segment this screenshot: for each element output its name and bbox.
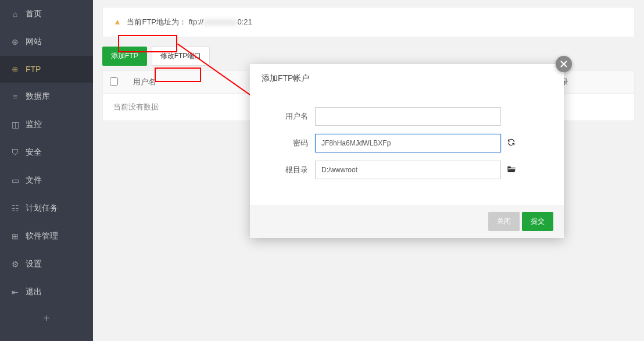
sidebar-item-label: 文件 (26, 175, 42, 186)
sidebar-add-button[interactable]: + (0, 306, 93, 331)
database-icon: ≡ (10, 92, 20, 101)
sidebar-item-label: 首页 (26, 9, 42, 19)
sidebar-item-5[interactable]: ⛉安全 (0, 138, 93, 166)
add-ftp-modal: 添加FTP帐户 用户名 密码 根目录 (250, 64, 564, 238)
sidebar-item-label: 安全 (26, 147, 42, 158)
rootdir-label: 根目录 (267, 165, 308, 175)
sidebar-item-label: FTP (26, 65, 41, 74)
close-icon (560, 61, 567, 68)
app-icon: ⊞ (10, 232, 20, 241)
refresh-icon (507, 138, 516, 147)
modal-title: 添加FTP帐户 (250, 64, 564, 93)
modal-body: 用户名 密码 根目录 (250, 93, 564, 205)
globe-icon: ⊕ (10, 37, 20, 47)
modal-submit-button[interactable]: 提交 (522, 212, 553, 231)
home-icon: ⌂ (10, 9, 20, 19)
ftp-icon: ⊕ (10, 65, 20, 74)
username-label: 用户名 (267, 111, 308, 122)
sidebar-item-4[interactable]: ◫监控 (0, 111, 93, 138)
browse-folder-button[interactable] (507, 165, 516, 175)
sidebar-item-1[interactable]: ⊕网站 (0, 28, 93, 56)
sidebar: ⌂首页⊕网站⊕FTP≡数据库◫监控⛉安全▭文件☷计划任务⊞软件管理⚙设置⇤退出 … (0, 0, 93, 341)
modal-close-button[interactable] (556, 56, 572, 72)
sidebar-item-8[interactable]: ⊞软件管理 (0, 222, 93, 250)
sidebar-item-2[interactable]: ⊕FTP (0, 56, 93, 83)
sidebar-item-label: 网站 (26, 37, 42, 47)
password-input[interactable] (315, 134, 501, 152)
folder-icon: ▭ (10, 176, 20, 185)
modal-close-btn2[interactable]: 关闭 (488, 212, 520, 231)
folder-open-icon (507, 165, 516, 173)
sidebar-item-label: 退出 (26, 287, 42, 297)
sidebar-item-10[interactable]: ⇤退出 (0, 278, 93, 306)
sidebar-item-7[interactable]: ☷计划任务 (0, 194, 93, 222)
exit-icon: ⇤ (10, 287, 20, 297)
rootdir-input[interactable] (315, 161, 501, 179)
modal-footer: 关闭 提交 (250, 205, 564, 238)
sidebar-item-label: 数据库 (26, 91, 50, 102)
sidebar-item-9[interactable]: ⚙设置 (0, 250, 93, 278)
username-input[interactable] (315, 107, 501, 126)
sidebar-item-3[interactable]: ≡数据库 (0, 83, 93, 111)
refresh-password-button[interactable] (507, 138, 516, 149)
sidebar-item-label: 设置 (26, 259, 42, 269)
sidebar-item-label: 计划任务 (26, 203, 58, 214)
schedule-icon: ☷ (10, 204, 20, 213)
password-label: 密码 (267, 138, 308, 148)
shield-icon: ⛉ (10, 148, 20, 157)
sidebar-item-6[interactable]: ▭文件 (0, 166, 93, 194)
monitor-icon: ◫ (10, 120, 20, 129)
sidebar-item-label: 监控 (26, 119, 42, 130)
gear-icon: ⚙ (10, 260, 20, 269)
sidebar-item-label: 软件管理 (26, 231, 58, 241)
sidebar-item-0[interactable]: ⌂首页 (0, 0, 93, 28)
